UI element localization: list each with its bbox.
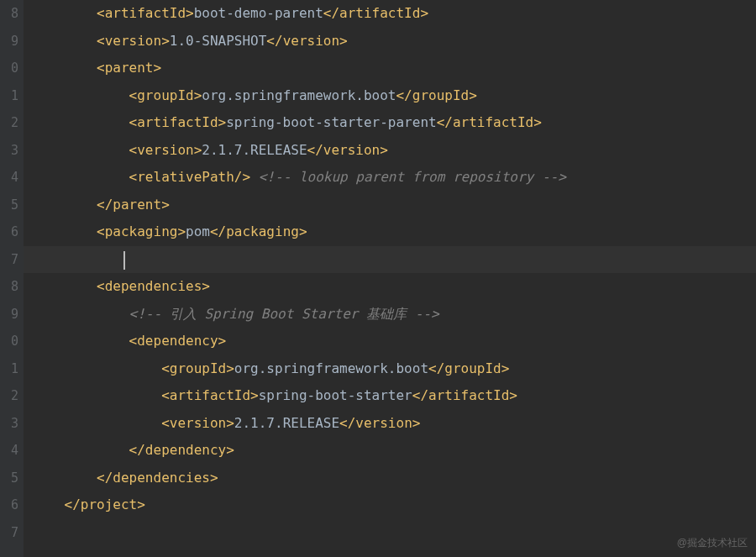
code-line: <groupId>org.springframework.boot</group… xyxy=(24,355,756,383)
code-line: <version>1.0-SNAPSHOT</version> xyxy=(24,28,756,55)
code-line: <version>2.1.7.RELEASE</version> xyxy=(24,137,756,165)
code-line: <version>2.1.7.RELEASE</version> xyxy=(24,410,756,438)
line-number: 9 xyxy=(0,28,24,55)
code-line: <groupId>org.springframework.boot</group… xyxy=(24,82,756,110)
line-number: 1 xyxy=(0,355,24,383)
line-number: 1 xyxy=(0,82,24,110)
code-line: </dependencies> xyxy=(24,465,756,492)
code-line: </project> xyxy=(24,491,756,519)
line-number: 8 xyxy=(0,0,24,28)
code-line: <relativePath/> <!-- lookup parent from … xyxy=(24,164,756,192)
code-line: <parent> xyxy=(24,55,756,82)
line-number: 3 xyxy=(0,410,24,438)
code-line: <dependency> xyxy=(24,328,756,355)
text-caret xyxy=(123,251,125,270)
code-line: <!-- 引入 Spring Boot Starter 基础库 --> xyxy=(24,301,756,328)
line-number: 0 xyxy=(0,328,24,355)
line-number: 6 xyxy=(0,491,24,519)
gutter-icon-column xyxy=(0,546,24,557)
code-line: <artifactId>spring-boot-starter</artifac… xyxy=(24,382,756,410)
line-number: 3 xyxy=(0,137,24,165)
code-line: <dependencies> xyxy=(24,273,756,301)
code-line-current xyxy=(24,246,756,274)
code-content[interactable]: <artifactId>boot-demo-parent</artifactId… xyxy=(24,0,756,557)
line-number: 9 xyxy=(0,301,24,328)
code-line: </parent> xyxy=(24,192,756,219)
line-number: 2 xyxy=(0,382,24,410)
editor-gutter: 8 9 0 1 2 3 4 5 6 7 8 9 0 1 2 3 4 5 6 7 xyxy=(0,0,24,557)
line-number: 5 xyxy=(0,465,24,492)
line-number: 7 xyxy=(0,519,24,547)
line-number-column: 8 9 0 1 2 3 4 5 6 7 8 9 0 1 2 3 4 5 6 7 xyxy=(0,0,24,546)
watermark-label: @掘金技术社区 xyxy=(677,536,748,550)
line-number: 4 xyxy=(0,164,24,192)
line-number: 7 xyxy=(0,246,24,274)
line-number: 2 xyxy=(0,109,24,137)
code-line: <artifactId>boot-demo-parent</artifactId… xyxy=(24,0,756,28)
code-line: <artifactId>spring-boot-starter-parent</… xyxy=(24,109,756,137)
code-line: <packaging>pom</packaging> xyxy=(24,218,756,246)
line-number: 6 xyxy=(0,218,24,246)
code-line xyxy=(24,519,756,547)
code-editor[interactable]: 8 9 0 1 2 3 4 5 6 7 8 9 0 1 2 3 4 5 6 7 xyxy=(0,0,756,557)
line-number: 0 xyxy=(0,55,24,82)
line-number: 8 xyxy=(0,273,24,301)
code-line: </dependency> xyxy=(24,437,756,465)
line-number: 4 xyxy=(0,437,24,465)
line-number: 5 xyxy=(0,192,24,219)
